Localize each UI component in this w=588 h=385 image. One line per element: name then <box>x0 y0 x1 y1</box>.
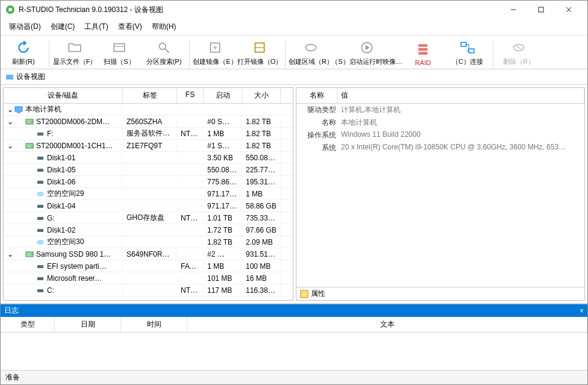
table-row[interactable]: Disk1-013.50 KB550.08 … <box>4 152 293 164</box>
table-row[interactable]: ⌄ST2000DM001-1CH1…Z1E7FQ9T#1 S…1.82 TB <box>4 140 293 152</box>
cell-size: 1.82 TB <box>242 116 281 127</box>
svg-rect-32 <box>37 157 43 160</box>
refresh-button[interactable]: 刷新(R) <box>2 38 45 67</box>
log-header: 日志 × <box>1 304 587 317</box>
delete-icon <box>510 39 527 56</box>
menu-tools[interactable]: 工具(T) <box>80 20 113 34</box>
scan-button[interactable]: 扫描（S） <box>98 38 141 67</box>
table-row[interactable]: Disk1-04971.17 …58.86 GB <box>4 200 293 212</box>
cell-label: GHO存放盘 <box>123 211 177 224</box>
cell-fs <box>177 253 204 255</box>
log-col-type[interactable]: 类型 <box>1 317 55 332</box>
menu-drives[interactable]: 驱动器(D) <box>4 20 46 34</box>
device-tree-rows[interactable]: ⌄本地计算机⌄ST2000DM006-2DM…Z560SZHA#0 S…1.82… <box>4 104 293 300</box>
chevron-down-icon[interactable]: ⌄ <box>7 250 14 258</box>
cell-size: 100 MB <box>242 261 281 272</box>
remove-label: 删除（R） <box>503 57 534 66</box>
cell-start: 1 MB <box>204 261 242 272</box>
table-row[interactable]: 空的空间29971.17 …1 MB <box>4 188 293 200</box>
property-value: 本地计算机 <box>341 117 581 128</box>
remove-button[interactable]: 删除（R） <box>497 38 540 67</box>
scan-label: 扫描（S） <box>104 57 134 66</box>
cell-label: 服务器软件备份 <box>123 127 177 140</box>
toolbar-separator <box>189 41 190 67</box>
device-name: Samsung SSD 980 1… <box>36 250 111 258</box>
device-name: ST2000DM001-1CH1… <box>36 142 113 150</box>
log-close-button[interactable]: × <box>580 307 584 315</box>
device-view-icon <box>5 73 14 81</box>
svg-point-39 <box>37 240 43 244</box>
table-row[interactable]: ⌄本地计算机 <box>4 104 293 116</box>
log-col-time[interactable]: 时间 <box>121 317 187 332</box>
menu-help[interactable]: 帮助(H) <box>147 20 181 34</box>
table-row[interactable]: Microsoft reser…101 MB16 MB <box>4 272 293 284</box>
breadcrumb: 设备视图 <box>1 69 587 85</box>
showfiles-button[interactable]: 显示文件（F） <box>53 38 96 67</box>
chevron-down-icon[interactable]: ⌄ <box>7 105 14 114</box>
close-button[interactable] <box>555 1 583 19</box>
property-name: 系统 <box>300 143 341 153</box>
maximize-button[interactable] <box>527 1 555 19</box>
cell-label <box>123 205 177 207</box>
col-size[interactable]: 大小 <box>242 88 281 103</box>
createregion-label: 创建区域（R） <box>289 57 333 66</box>
table-row[interactable]: Disk1-021.72 TB97.66 GB <box>4 224 293 236</box>
regionsearch-button[interactable]: 分区搜索(P) <box>142 38 186 67</box>
cell-label: Z560SZHA <box>123 116 177 127</box>
minimize-button[interactable] <box>499 1 527 19</box>
cell-start: #2 … <box>204 249 242 260</box>
device-tree-pane: 设备/磁盘 标签 FS 启动 大小 ⌄本地计算机⌄ST2000DM006-2DM… <box>3 87 293 301</box>
chevron-down-icon[interactable]: ⌄ <box>7 117 14 126</box>
col-fs[interactable]: FS <box>177 88 204 103</box>
table-row[interactable]: ⌄ST2000DM006-2DM…Z560SZHA#0 S…1.82 TB <box>4 116 293 128</box>
log-col-text[interactable]: 文本 <box>187 317 587 332</box>
table-row[interactable]: EFI system parti…FAT321 MB100 MB <box>4 260 293 272</box>
col-start[interactable]: 启动 <box>204 88 242 103</box>
col-propname[interactable]: 名称 <box>296 88 337 103</box>
cell-size: 16 MB <box>242 273 281 284</box>
cell-label <box>123 193 177 195</box>
svg-rect-17 <box>418 44 427 46</box>
col-device[interactable]: 设备/磁盘 <box>4 88 123 103</box>
cell-fs <box>177 229 204 231</box>
table-row[interactable]: ⌄Samsung SSD 980 1…S649NF0R50…#2 …931.51… <box>4 248 293 260</box>
table-row[interactable]: Disk1-05550.08 …225.77 … <box>4 164 293 176</box>
menu-create[interactable]: 创建(C) <box>46 20 80 34</box>
svg-point-31 <box>31 145 33 146</box>
svg-rect-37 <box>37 217 43 220</box>
cell-label <box>123 289 177 292</box>
cell-fs <box>177 193 204 195</box>
cell-fs <box>177 181 204 183</box>
device-name: F: <box>47 130 54 138</box>
svg-point-14 <box>305 45 316 51</box>
raid-button[interactable]: RAID <box>401 40 445 67</box>
connect-button[interactable]: （C）连接 <box>446 38 489 67</box>
createimage-button[interactable]: 创建镜像（E） <box>193 38 237 67</box>
image-create-icon <box>207 39 224 56</box>
runtimeimage-button[interactable]: （S）启动运行时映像… <box>334 38 400 67</box>
openimage-button[interactable]: 打开镜像（O） <box>238 38 281 67</box>
svg-point-1 <box>8 8 12 11</box>
table-row[interactable]: C:NTFS117 MB116.38 … <box>4 284 293 296</box>
chevron-down-icon[interactable]: ⌄ <box>7 142 14 150</box>
main-area: 设备/磁盘 标签 FS 启动 大小 ⌄本地计算机⌄ST2000DM006-2DM… <box>1 85 587 303</box>
table-row[interactable]: F:服务器软件备份NTFS1 MB1.82 TB <box>4 128 293 140</box>
svg-rect-6 <box>114 44 124 52</box>
table-row[interactable]: Disk1-06775.86 …195.31 … <box>4 176 293 188</box>
createimage-label: 创建镜像（E） <box>193 57 237 66</box>
svg-rect-42 <box>37 265 43 268</box>
col-label[interactable]: 标签 <box>123 88 177 103</box>
svg-line-23 <box>516 46 522 50</box>
device-name: Microsoft reser… <box>47 274 102 283</box>
menu-view[interactable]: 查看(V) <box>113 20 147 34</box>
device-name: 空的空间29 <box>47 189 84 199</box>
table-row[interactable]: G:GHO存放盘NTFS1.01 TB735.33 … <box>4 212 293 224</box>
createregion-button[interactable]: 创建区域（R） <box>289 38 333 67</box>
table-row[interactable]: 空的空间301.82 TB2.09 MB <box>4 236 293 248</box>
refresh-label: 刷新(R) <box>12 57 34 66</box>
properties-tab[interactable]: 属性 <box>311 289 325 299</box>
log-col-date[interactable]: 日期 <box>55 317 121 332</box>
col-propvalue[interactable]: 值 <box>337 88 584 103</box>
app-icon <box>5 5 15 14</box>
property-value: 计算机,本地计算机 <box>341 105 581 115</box>
